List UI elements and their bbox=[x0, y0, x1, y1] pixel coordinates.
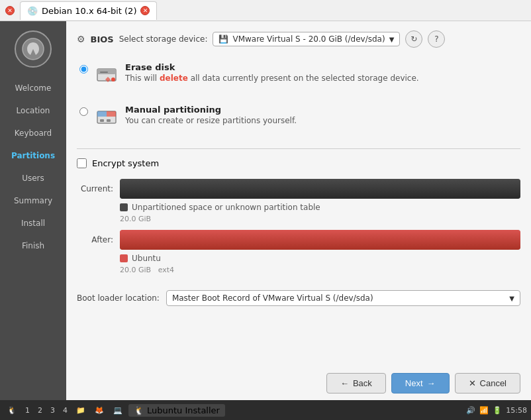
title-bar: ✕ 💿 Debian 10.x 64-bit (2) ✕ bbox=[0, 0, 531, 21]
taskbar-volume-icon[interactable]: 🔊 bbox=[466, 406, 475, 415]
erase-disk-text: Erase disk This will delete all data cur… bbox=[125, 62, 419, 83]
taskbar-app-icon-2[interactable]: 🦊 bbox=[91, 403, 107, 417]
encrypt-checkbox[interactable] bbox=[77, 158, 87, 168]
chevron-down-icon: ▼ bbox=[389, 36, 395, 43]
bootloader-row: Boot loader location: Master Boot Record… bbox=[77, 290, 520, 306]
svg-rect-9 bbox=[107, 119, 111, 122]
erase-disk-label: Erase disk bbox=[125, 62, 419, 72]
taskbar: 🐧 1 2 3 4 📁 🦊 💻 🐧 Lubuntu Installer 🔊 📶 … bbox=[0, 400, 531, 420]
taskbar-right: 🔊 📶 🔋 15:58 bbox=[466, 406, 527, 415]
taskbar-time: 15:58 bbox=[506, 406, 527, 415]
svg-rect-7 bbox=[107, 111, 116, 117]
storage-label: Select storage device: bbox=[119, 34, 208, 44]
sidebar-item-location[interactable]: Location bbox=[0, 99, 66, 122]
sidebar-item-users[interactable]: Users bbox=[0, 167, 66, 189]
after-label: After: bbox=[77, 235, 113, 244]
current-legend-text: Unpartitioned space or unknown partition… bbox=[132, 203, 320, 212]
storage-device-select[interactable]: 💾 VMware Virtual S - 20.0 GiB (/dev/sda)… bbox=[213, 32, 400, 46]
taskbar-num-1[interactable]: 1 bbox=[23, 406, 32, 415]
cancel-icon: ✕ bbox=[469, 378, 476, 388]
back-button[interactable]: ← Back bbox=[326, 373, 386, 394]
window-controls: ✕ bbox=[5, 6, 15, 15]
taskbar-app-icon-3[interactable]: 💻 bbox=[110, 403, 126, 417]
taskbar-num-4[interactable]: 4 bbox=[60, 406, 70, 415]
next-button[interactable]: Next → bbox=[391, 373, 450, 394]
sidebar-item-summary[interactable]: Summary bbox=[0, 189, 66, 212]
encrypt-row: Encrypt system bbox=[77, 158, 520, 168]
after-legend-dot bbox=[120, 254, 128, 262]
button-row: ← Back Next → ✕ Cancel bbox=[77, 366, 520, 394]
title-tab[interactable]: 💿 Debian 10.x 64-bit (2) ✕ bbox=[20, 1, 157, 20]
bootloader-chevron-icon: ▼ bbox=[509, 295, 514, 302]
installer-label: Lubuntu Installer bbox=[147, 405, 220, 415]
current-bar-fill bbox=[120, 179, 520, 199]
lubuntu-logo bbox=[15, 30, 52, 68]
main-window: Welcome Location Keyboard Partitions Use… bbox=[0, 21, 531, 400]
manual-partition-text: Manual partitioning You can create or re… bbox=[125, 105, 297, 125]
current-disk-row: Current: bbox=[77, 179, 520, 199]
help-button[interactable]: ? bbox=[428, 30, 445, 48]
help-icon: ? bbox=[434, 34, 438, 44]
disk-icon: 💾 bbox=[218, 34, 228, 44]
erase-disk-description: This will delete all data currently pres… bbox=[125, 74, 419, 83]
manual-partition-option: Manual partitioning You can create or re… bbox=[77, 101, 520, 132]
taskbar-lubuntu-icon[interactable]: 🐧 bbox=[4, 403, 20, 417]
tab-close-button[interactable]: ✕ bbox=[140, 6, 150, 15]
divider bbox=[77, 148, 520, 149]
sidebar-item-finish[interactable]: Finish bbox=[0, 235, 66, 257]
taskbar-num-3[interactable]: 3 bbox=[48, 406, 58, 415]
bootloader-select[interactable]: Master Boot Record of VMware Virtual S (… bbox=[166, 290, 520, 306]
next-arrow-icon: → bbox=[427, 378, 436, 388]
after-bar-fill bbox=[120, 230, 520, 250]
bios-label: BIOS bbox=[91, 34, 114, 44]
current-label: Current: bbox=[77, 184, 113, 193]
erase-disk-option: Erase disk This will delete all data cur… bbox=[77, 58, 520, 90]
current-size: 20.0 GiB bbox=[120, 215, 520, 223]
cancel-button[interactable]: ✕ Cancel bbox=[455, 373, 520, 394]
bios-icon: ⚙ bbox=[77, 34, 85, 44]
manual-partition-description: You can create or resize partitions your… bbox=[125, 116, 297, 125]
disk-section: Current: Unpartitioned space or unknown … bbox=[77, 179, 520, 281]
back-arrow-icon: ← bbox=[340, 378, 349, 388]
sidebar-item-partitions[interactable]: Partitions bbox=[0, 144, 66, 167]
refresh-icon: ↻ bbox=[410, 34, 417, 44]
bootloader-value: Master Boot Record of VMware Virtual S (… bbox=[172, 293, 373, 303]
current-legend-row: Unpartitioned space or unknown partition… bbox=[120, 203, 520, 212]
manual-partition-icon bbox=[95, 105, 119, 129]
current-disk-bar bbox=[120, 179, 520, 199]
svg-point-3 bbox=[111, 78, 115, 81]
after-disk-row: After: bbox=[77, 230, 520, 250]
bootloader-label: Boot loader location: bbox=[77, 293, 160, 303]
erase-disk-radio[interactable] bbox=[79, 65, 88, 74]
sidebar-logo bbox=[0, 21, 66, 77]
svg-rect-8 bbox=[100, 119, 104, 122]
delete-text: delete bbox=[160, 74, 188, 83]
content-area: ⚙ BIOS Select storage device: 💾 VMware V… bbox=[66, 21, 531, 400]
taskbar-app-icon-1[interactable]: 📁 bbox=[73, 403, 89, 417]
after-size-fs: 20.0 GiB ext4 bbox=[120, 266, 520, 274]
erase-disk-icon bbox=[95, 62, 119, 86]
after-disk-bar bbox=[120, 230, 520, 250]
tab-icon: 💿 bbox=[27, 6, 38, 16]
bios-bar: ⚙ BIOS Select storage device: 💾 VMware V… bbox=[77, 30, 520, 48]
sidebar-item-welcome[interactable]: Welcome bbox=[0, 77, 66, 99]
taskbar-num-2[interactable]: 2 bbox=[35, 406, 45, 415]
sidebar: Welcome Location Keyboard Partitions Use… bbox=[0, 21, 66, 400]
current-legend-dot bbox=[120, 203, 128, 211]
after-legend-text: Ubuntu bbox=[132, 254, 161, 263]
taskbar-battery-icon[interactable]: 🔋 bbox=[493, 406, 502, 415]
sidebar-item-install[interactable]: Install bbox=[0, 212, 66, 235]
storage-value: VMware Virtual S - 20.0 GiB (/dev/sda) bbox=[232, 34, 385, 44]
manual-partition-radio[interactable] bbox=[79, 107, 88, 116]
installer-icon: 🐧 bbox=[134, 405, 144, 415]
sidebar-item-keyboard[interactable]: Keyboard bbox=[0, 122, 66, 144]
svg-rect-6 bbox=[97, 111, 107, 117]
refresh-button[interactable]: ↻ bbox=[405, 30, 422, 48]
taskbar-installer-app[interactable]: 🐧 Lubuntu Installer bbox=[128, 404, 225, 417]
taskbar-network-icon[interactable]: 📶 bbox=[479, 406, 489, 415]
after-legend-row: Ubuntu bbox=[120, 254, 520, 263]
window-close-button[interactable]: ✕ bbox=[5, 6, 15, 15]
manual-partition-label: Manual partitioning bbox=[125, 105, 297, 115]
encrypt-label: Encrypt system bbox=[92, 158, 159, 168]
tab-label: Debian 10.x 64-bit (2) bbox=[42, 6, 136, 16]
